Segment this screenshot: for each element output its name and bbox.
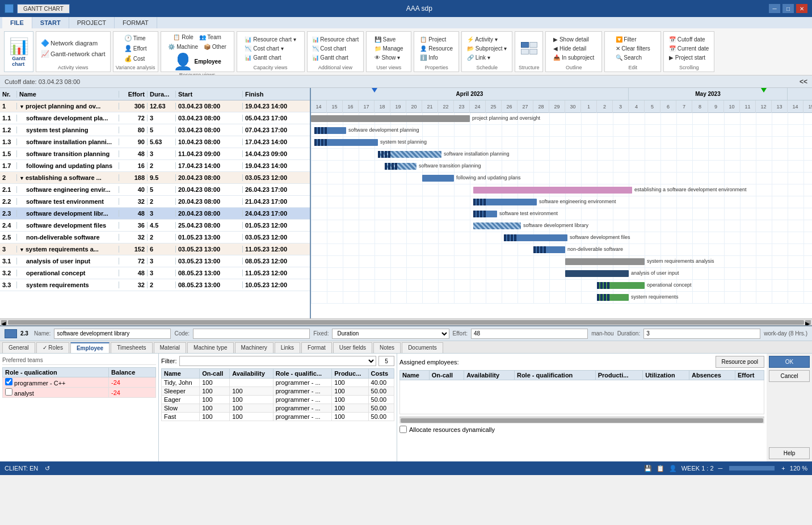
- gantt-scrollbar-h[interactable]: ◀ ▶: [0, 318, 812, 325]
- filter-button[interactable]: 🔽 Filter: [613, 35, 653, 44]
- zoom-plus[interactable]: +: [781, 465, 785, 472]
- tab-machine-type[interactable]: Machine type: [187, 342, 233, 353]
- chart-row-4[interactable]: software transition planning: [311, 161, 812, 173]
- cost-chart-button[interactable]: 📉 Cost chart ▾: [242, 44, 298, 53]
- zoom-minus[interactable]: ─: [718, 465, 723, 472]
- start-tab[interactable]: START: [32, 17, 69, 28]
- tab-roles[interactable]: ✓ Roles: [36, 342, 69, 353]
- chart-row-0[interactable]: project planning and oversight: [311, 113, 812, 125]
- gantt-bar-2[interactable]: [314, 139, 378, 146]
- chart-row-10[interactable]: software development files: [311, 232, 812, 244]
- filter-select[interactable]: [179, 356, 377, 366]
- gantt-row-5[interactable]: 1.7 following and updating plans 16 2 17…: [0, 160, 310, 172]
- chart-row-8[interactable]: software test environment: [311, 208, 812, 220]
- gantt-bar-12[interactable]: [565, 258, 645, 265]
- project-start-button[interactable]: ▶ Project start: [667, 53, 711, 62]
- clear-filters-button[interactable]: ✕ Clear filters: [613, 44, 653, 53]
- tab-machinery[interactable]: Machinery: [235, 342, 274, 353]
- detail-name-input[interactable]: [54, 329, 171, 339]
- close-button[interactable]: ✕: [796, 4, 807, 13]
- gantt-bar-10[interactable]: [504, 234, 567, 241]
- gantt-network-button[interactable]: 📈 Gantt-network chart: [39, 49, 108, 59]
- refresh-icon[interactable]: ↺: [45, 465, 50, 472]
- tab-employee[interactable]: Employee: [70, 342, 110, 353]
- gantt-row-1[interactable]: 1.1 software development pla... 72 3 03.…: [0, 112, 310, 124]
- save-button[interactable]: 💾 Save: [372, 35, 406, 44]
- link-button[interactable]: 🔗 Link ▾: [465, 53, 509, 62]
- machine-button[interactable]: ⚙️ Machine: [166, 43, 200, 51]
- maximize-button[interactable]: □: [782, 4, 794, 13]
- gantt-row-12[interactable]: 3 ▼system requirements a... 152 6 03.05.…: [0, 243, 310, 255]
- project-tab[interactable]: PROJECT: [69, 17, 115, 28]
- tab-general[interactable]: General: [2, 342, 35, 353]
- available-row-0[interactable]: Tidy, John 100 programmer - ... 100 40.0…: [162, 379, 394, 387]
- chart-row-13[interactable]: analysis of user input: [311, 268, 812, 280]
- scroll-left-btn[interactable]: ◀: [1, 320, 7, 325]
- chart-row-2[interactable]: system test planning: [311, 137, 812, 149]
- file-tab[interactable]: FILE: [2, 17, 32, 28]
- available-row-2[interactable]: Eager 100 100 programmer - ... 100 50.00: [162, 396, 394, 404]
- team-button[interactable]: 👥 Team: [197, 33, 224, 41]
- allocate-checkbox[interactable]: [399, 426, 407, 433]
- gantt-row-10[interactable]: 2.4 software development files 36 4.5 25…: [0, 220, 310, 232]
- tab-user-fields[interactable]: User fields: [333, 342, 372, 353]
- tab-format[interactable]: Format: [301, 342, 332, 353]
- current-date-button[interactable]: 📅 Current date: [667, 44, 711, 53]
- chart-row-11[interactable]: non-deliverable software: [311, 244, 812, 256]
- gantt-bar-7[interactable]: [473, 199, 537, 205]
- chart-row-12[interactable]: system requirements analysis: [311, 256, 812, 268]
- assigned-scrollbar[interactable]: [399, 417, 764, 423]
- tab-timesheets[interactable]: Timesheets: [111, 342, 152, 353]
- show-detail-button[interactable]: ▶ Show detail: [551, 35, 596, 44]
- gantt-row-2[interactable]: 1.2 system test planning 80 5 03.04.23 0…: [0, 124, 310, 136]
- gantt-row-8[interactable]: 2.2 software test environment 32 2 20.04…: [0, 196, 310, 208]
- gantt-row-13[interactable]: 3.1 analysis of user input 72 3 03.05.23…: [0, 255, 310, 267]
- collapse-button[interactable]: <<: [800, 78, 807, 86]
- network-diagram-button[interactable]: 🔷 Network diagram: [39, 38, 108, 48]
- tab-notes[interactable]: Notes: [373, 342, 401, 353]
- chart-row-3[interactable]: software installation planning: [311, 149, 812, 161]
- search-button[interactable]: 🔍 Search: [613, 53, 653, 62]
- in-subproject-button[interactable]: 📥 In subproject: [551, 53, 596, 62]
- gantt-row-14[interactable]: 3.2 operational concept 48 3 08.05.23 13…: [0, 267, 310, 279]
- info-button[interactable]: ℹ️ Info: [418, 53, 455, 62]
- tab-material[interactable]: Material: [154, 342, 187, 353]
- chart-row-5[interactable]: following and updating plans: [311, 173, 812, 184]
- gantt-chart2-button[interactable]: 📊 Gantt chart: [310, 53, 361, 62]
- scroll-thumb[interactable]: [8, 320, 804, 325]
- chart-row-6[interactable]: establishing a software development envi…: [311, 184, 812, 196]
- manage-button[interactable]: 📁 Manage: [372, 44, 406, 53]
- gantt-row-7[interactable]: 2.1 software engineering envir... 40 5 2…: [0, 184, 310, 196]
- gantt-bar-0[interactable]: [311, 115, 470, 122]
- role-button[interactable]: 📋 Role: [171, 33, 195, 41]
- minimize-button[interactable]: ─: [769, 4, 780, 13]
- cost-chart2-button[interactable]: 📉 Cost chart: [310, 44, 361, 53]
- format-tab[interactable]: FORMAT: [115, 17, 157, 28]
- available-row-3[interactable]: Slow 100 100 programmer - ... 100 50.00: [162, 404, 394, 413]
- assigned-scroll-thumb[interactable]: [401, 418, 763, 423]
- gantt-chart-button[interactable]: 📊 Ganttchart: [4, 31, 33, 72]
- chart-row-7[interactable]: software engineering environment: [311, 196, 812, 208]
- gantt-bar-9[interactable]: [473, 222, 521, 229]
- tab-documents[interactable]: Documents: [402, 342, 443, 353]
- tab-links[interactable]: Links: [275, 342, 300, 353]
- cancel-button[interactable]: Cancel: [769, 370, 810, 382]
- gantt-chart-sm-button[interactable]: 📊 Gantt chart: [242, 53, 298, 62]
- time-button[interactable]: 🕐 Time: [122, 33, 149, 43]
- role-check[interactable]: analyst: [3, 388, 109, 398]
- ok-button[interactable]: OK: [769, 356, 810, 368]
- activity-button[interactable]: ⚡ Activity ▾: [465, 35, 509, 44]
- project-button[interactable]: 📋 Project: [418, 35, 455, 44]
- gantt-row-4[interactable]: 1.5 software transition planning 48 3 11…: [0, 148, 310, 160]
- gantt-bar-3[interactable]: [378, 151, 441, 158]
- cost-button[interactable]: 💰 Cost: [122, 54, 149, 64]
- chart-row-14[interactable]: operational concept: [311, 280, 812, 292]
- gantt-row-11[interactable]: 2.5 non-deliverable software 32 2 01.05.…: [0, 232, 310, 243]
- cutoff-date-button[interactable]: 📅 Cutoff date: [667, 35, 711, 44]
- gantt-row-0[interactable]: 1 ▼project planning and ov... 306 12.63 …: [0, 100, 310, 112]
- gantt-row-15[interactable]: 3.3 system requirements 32 2 08.05.23 13…: [0, 279, 310, 291]
- resource-chart-button[interactable]: 📊 Resource chart ▾: [242, 35, 298, 44]
- chart-row-15[interactable]: system requirements: [311, 292, 812, 304]
- help-button[interactable]: Help: [769, 447, 810, 459]
- gantt-row-3[interactable]: 1.3 software installation planni... 90 5…: [0, 136, 310, 148]
